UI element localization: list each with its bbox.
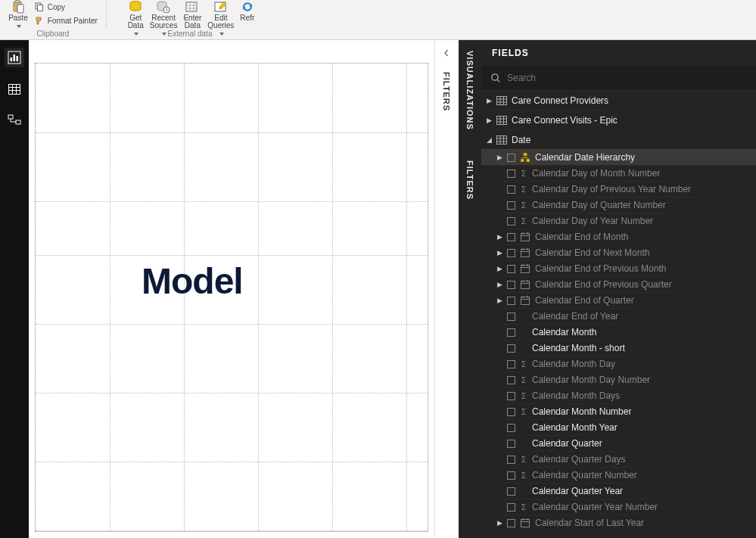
field-row[interactable]: ΣCalendar Month Days [481,387,756,403]
expand-icon: ▶ [496,519,502,527]
ribbon-group-label: External data [107,30,273,39]
enter-data-icon [185,0,200,14]
field-row[interactable]: ΣCalendar Day of Previous Year Number [481,181,756,197]
sigma-icon: Σ [520,392,527,400]
field-row[interactable]: ΣCalendar Month Day Number [481,372,756,387]
field-checkbox[interactable] [507,471,515,480]
svg-rect-4 [37,5,42,11]
field-label: Calendar Day of Previous Year Number [532,184,691,194]
table-row[interactable]: ▶Care Connect Visits - Epic [481,110,756,129]
enter-data-button[interactable]: Enter Data [180,0,204,30]
field-row[interactable]: Calendar Month - short [481,340,756,356]
field-checkbox[interactable] [507,249,515,257]
field-row[interactable]: ΣCalendar Quarter Number [481,467,756,483]
report-canvas[interactable]: Model [35,63,428,532]
expand-icon: ▶ [486,97,492,104]
field-label: Calendar Quarter [532,438,602,449]
field-label: Calendar End of Next Month [535,247,649,258]
table-icon [496,95,507,106]
field-checkbox[interactable] [507,376,515,384]
field-row[interactable]: ▶Calendar End of Next Month [481,244,756,260]
field-row[interactable]: ΣCalendar Day of Quarter Number [481,197,756,213]
field-row[interactable]: Calendar Month [481,324,756,340]
field-row[interactable]: Calendar Month Year [481,419,756,435]
field-row[interactable]: Calendar Quarter [481,435,756,451]
field-row[interactable]: ΣCalendar Month Number [481,403,756,419]
fields-tree: ▶Care Connect Providers▶Care Connect Vis… [481,90,756,538]
visualizations-pane-collapsed[interactable]: VISUALIZATIONS FILTERS [459,40,481,538]
field-checkbox[interactable] [507,169,515,178]
field-row[interactable]: Calendar End of Year [481,308,756,324]
field-checkbox[interactable] [507,185,515,194]
field-checkbox[interactable] [507,487,515,496]
model-view-button[interactable] [5,111,24,131]
expand-icon: ▶ [496,233,502,241]
field-row[interactable]: ΣCalendar Month Day [481,356,756,372]
field-row[interactable]: Calendar Quarter Year [481,483,756,499]
svg-rect-31 [523,264,524,266]
field-checkbox[interactable] [507,360,515,369]
format-painter-button[interactable]: Format Painter [31,14,101,26]
field-checkbox[interactable] [507,440,515,448]
table-row[interactable]: ▶Care Connect Providers [481,90,756,110]
svg-rect-16 [16,120,20,124]
svg-rect-12 [14,54,16,61]
get-data-icon [128,0,143,14]
field-label: Calendar Date Hierarchy [535,152,635,163]
field-row[interactable]: ▶Calendar Start of Last Year [481,515,756,530]
sigma-icon: Σ [520,185,527,194]
field-label: Calendar Day of Month Number [532,168,660,179]
field-label: Calendar Month - short [532,343,625,353]
field-checkbox[interactable] [507,344,515,353]
svg-rect-39 [521,520,530,527]
refresh-icon [240,0,255,14]
field-row[interactable]: ΣCalendar Quarter Days [481,451,756,467]
field-row[interactable]: ▶Calendar End of Previous Month [481,260,756,276]
field-row[interactable]: ▶Calendar End of Month [481,229,756,244]
field-label: Calendar Month Number [532,406,631,417]
copy-icon [34,2,45,12]
field-checkbox[interactable] [507,328,515,337]
field-checkbox[interactable] [507,392,515,400]
field-checkbox[interactable] [507,281,515,289]
svg-rect-41 [527,518,527,521]
table-row[interactable]: ◢Date [481,129,756,149]
field-checkbox[interactable] [507,233,515,241]
field-checkbox[interactable] [507,154,515,162]
field-row[interactable]: ▶Calendar End of Quarter [481,292,756,308]
filters-label: FILTERS [442,72,451,111]
table-name: Date [512,135,530,145]
svg-rect-13 [17,56,19,61]
expand-icon: ▶ [496,249,502,257]
field-checkbox[interactable] [507,297,515,305]
expand-icon: ▶ [496,297,502,304]
field-row[interactable]: ΣCalendar Quarter Year Number [481,499,756,515]
report-view-button[interactable] [5,48,24,67]
field-checkbox[interactable] [507,503,515,512]
data-view-button[interactable] [5,79,24,99]
field-row[interactable]: ΣCalendar Day of Year Number [481,213,756,229]
search-input[interactable] [507,73,747,83]
field-checkbox[interactable] [507,201,515,210]
field-checkbox[interactable] [507,424,515,432]
filters-pane-collapsed[interactable]: FILTERS [434,40,457,538]
paste-button[interactable]: Paste [5,0,31,30]
field-checkbox[interactable] [507,456,515,464]
copy-button[interactable]: Copy [31,1,101,13]
field-row[interactable]: ▶Calendar Date Hierarchy [481,149,756,165]
refresh-button[interactable]: Refr [237,0,255,22]
field-checkbox[interactable] [507,217,515,225]
field-checkbox[interactable] [507,519,515,527]
field-checkbox[interactable] [507,408,515,416]
field-row[interactable]: ▶Calendar End of Previous Quarter [481,276,756,292]
field-checkbox[interactable] [507,313,515,321]
svg-rect-19 [497,116,507,124]
field-label: Calendar Day of Year Number [532,216,653,226]
field-label: Calendar End of Year [532,311,618,322]
field-row[interactable]: ΣCalendar Day of Month Number [481,165,756,181]
svg-rect-11 [11,58,13,61]
recent-sources-icon [156,0,171,14]
field-checkbox[interactable] [507,265,515,273]
svg-rect-23 [527,160,530,162]
fields-search[interactable] [481,66,756,90]
